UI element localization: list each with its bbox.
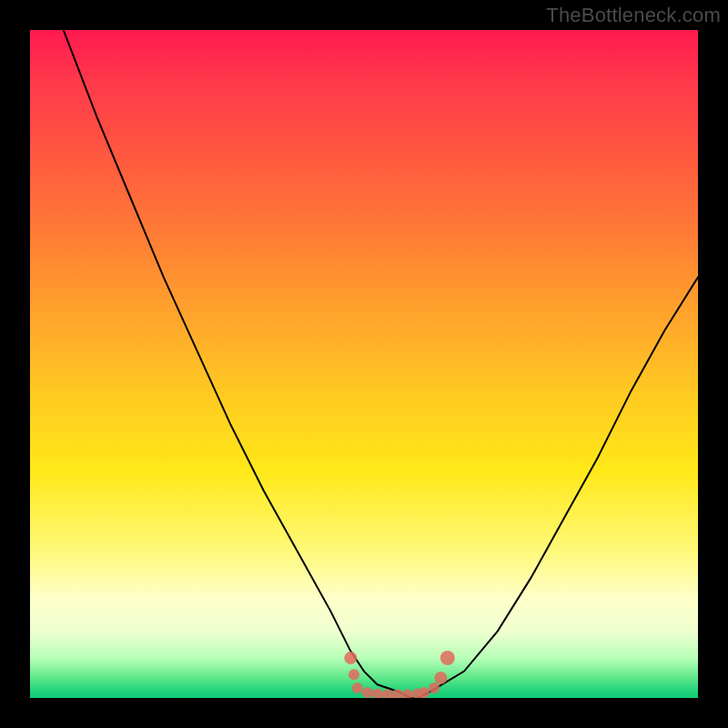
optimal-left-3	[352, 682, 363, 693]
chart-frame: TheBottleneck.com	[0, 0, 728, 728]
optimal-right-3	[440, 651, 455, 665]
chart-svg	[30, 30, 698, 698]
optimal-mid-2	[372, 689, 383, 698]
curve-group	[64, 30, 698, 698]
watermark-text: TheBottleneck.com	[546, 4, 721, 27]
optimal-left-2	[349, 669, 359, 680]
optimal-mid-1	[362, 687, 373, 698]
optimal-markers-group	[344, 651, 455, 698]
optimal-right-2	[434, 672, 447, 684]
bottleneck-curve	[64, 30, 698, 698]
optimal-mid-7	[419, 687, 430, 698]
optimal-left-1	[344, 652, 357, 664]
optimal-mid-5	[402, 689, 413, 698]
optimal-mid-3	[382, 689, 393, 698]
chart-plot-area	[30, 30, 698, 698]
optimal-right-1	[429, 682, 440, 693]
